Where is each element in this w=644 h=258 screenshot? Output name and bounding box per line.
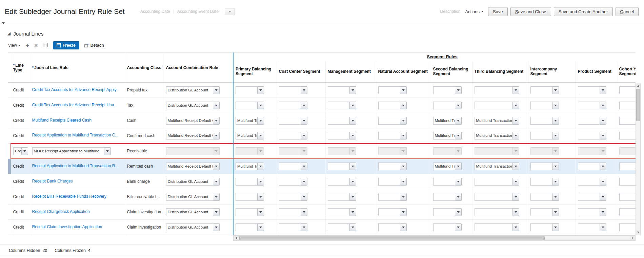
cohort-year-segment-combobox[interactable] [619,102,636,109]
primary-balancing-segment-combobox-arrow-icon[interactable] [257,163,264,170]
product-segment-combobox-arrow-icon[interactable] [600,178,606,186]
account-combination-rule-combobox[interactable]: Distribution GL Account [166,193,220,201]
natural-account-segment-combobox-arrow-icon[interactable] [400,163,407,170]
cost-center-segment-combobox-arrow-icon[interactable] [301,223,307,231]
natural-account-segment-combobox[interactable] [378,193,407,201]
account-combination-rule-combobox[interactable]: Distribution GL Account [166,102,220,109]
natural-account-segment-combobox[interactable] [378,102,407,109]
row-select-gutter[interactable] [8,113,11,128]
third-balancing-segment-combobox[interactable] [475,223,519,231]
table-row[interactable]: CreditReceipt Application to Multifund T… [8,128,636,144]
management-segment-combobox[interactable] [328,178,356,186]
primary-balancing-segment-combobox-arrow-icon[interactable] [257,86,264,94]
vertical-scrollbar-thumb[interactable] [636,89,640,121]
primary-balancing-segment-combobox-arrow-icon[interactable] [257,208,264,216]
primary-balancing-segment-combobox[interactable] [236,178,264,186]
account-combination-rule-combobox[interactable]: Distribution GL Account [166,223,220,231]
account-combination-rule-combobox-arrow-icon[interactable] [213,163,220,170]
primary-balancing-segment-combobox-arrow-icon[interactable] [257,178,264,186]
natural-account-segment-combobox-arrow-icon[interactable] [400,193,407,201]
management-segment-combobox-arrow-icon[interactable] [349,178,356,186]
row-select-gutter[interactable] [8,189,11,205]
natural-account-segment-combobox[interactable] [378,117,407,125]
row-select-gutter[interactable] [8,205,11,220]
cost-center-segment-combobox-arrow-icon[interactable] [301,193,307,201]
management-segment-combobox[interactable] [328,132,356,139]
cancel-button[interactable]: Cancel [616,7,639,16]
horizontal-scrollbar-track[interactable] [239,236,630,240]
management-segment-combobox[interactable] [328,163,356,170]
second-balancing-segment-combobox-arrow-icon[interactable] [455,117,462,125]
cohort-year-segment-combobox[interactable] [619,132,636,139]
cost-center-segment-combobox-arrow-icon[interactable] [301,163,307,170]
panel-splitter-handle[interactable] [2,22,5,24]
cost-center-segment-combobox-arrow-icon[interactable] [301,208,307,216]
table-row[interactable]: CreditReceipt Application to Multifund T… [8,159,636,174]
product-segment-combobox-arrow-icon[interactable] [600,102,606,109]
third-balancing-segment-combobox[interactable] [475,86,519,94]
scroll-right-button[interactable] [630,236,635,240]
management-segment-combobox[interactable] [328,223,356,231]
actions-menu-button[interactable]: Actions [465,9,483,14]
account-combination-rule-combobox[interactable]: Multifund Receipt Default F [166,163,220,170]
natural-account-segment-combobox-arrow-icon[interactable] [400,102,407,109]
primary-balancing-segment-combobox[interactable]: Multifund Tra [236,163,264,170]
second-balancing-segment-combobox[interactable]: Multifund Tra [433,117,462,125]
natural-account-segment-combobox[interactable] [378,132,407,139]
cohort-year-segment-combobox[interactable] [619,163,636,170]
third-balancing-segment-combobox-arrow-icon[interactable] [512,208,519,216]
management-segment-combobox-arrow-icon[interactable] [349,163,356,170]
product-segment-combobox-arrow-icon[interactable] [600,86,606,94]
natural-account-segment-combobox[interactable] [378,86,407,94]
journal-line-rule-link[interactable]: Receipt Bank Charges [32,179,73,184]
cohort-year-segment-combobox[interactable] [619,178,636,186]
row-select-gutter[interactable] [8,83,11,98]
scroll-left-button[interactable] [234,236,239,240]
cost-center-segment-combobox[interactable] [279,117,307,125]
third-balancing-segment-combobox-arrow-icon[interactable] [512,117,519,125]
account-combination-rule-combobox-arrow-icon[interactable] [213,178,220,186]
intercompany-segment-combobox-arrow-icon[interactable] [552,117,559,125]
second-balancing-segment-combobox-arrow-icon[interactable] [455,102,462,109]
row-select-gutter[interactable] [8,128,11,144]
second-balancing-segment-combobox-arrow-icon[interactable] [455,132,462,139]
line-type-combobox-arrow-icon[interactable] [21,147,28,155]
intercompany-segment-combobox[interactable] [530,223,559,231]
intercompany-segment-combobox-arrow-icon[interactable] [552,86,559,94]
account-combination-rule-combobox-arrow-icon[interactable] [213,223,220,231]
account-combination-rule-combobox[interactable]: Distribution GL Account [166,86,220,94]
add-row-icon[interactable]: + [26,43,29,48]
management-segment-combobox[interactable] [328,193,356,201]
intercompany-segment-combobox[interactable] [530,163,559,170]
natural-account-segment-combobox-arrow-icon[interactable] [400,132,407,139]
cost-center-segment-combobox-arrow-icon[interactable] [301,178,307,186]
intercompany-segment-combobox[interactable] [530,102,559,109]
third-balancing-segment-combobox-arrow-icon[interactable] [512,223,519,231]
third-balancing-segment-combobox-arrow-icon[interactable] [512,193,519,201]
horizontal-scrollbar-thumb[interactable] [239,236,545,240]
second-balancing-segment-combobox[interactable] [433,193,462,201]
natural-account-segment-combobox-arrow-icon[interactable] [400,178,407,186]
cost-center-segment-combobox-arrow-icon[interactable] [301,102,307,109]
third-balancing-segment-combobox-arrow-icon[interactable] [512,86,519,94]
product-segment-combobox[interactable] [578,86,606,94]
management-segment-combobox-arrow-icon[interactable] [349,117,356,125]
journal-line-rule-combobox-arrow-icon[interactable] [104,147,111,155]
disclosure-triangle-icon[interactable]: ◢ [7,31,11,36]
row-select-gutter[interactable] [8,98,11,113]
journal-line-rule-link[interactable]: Receipt Bills Receivable Funds Recovery [32,194,106,199]
row-select-gutter[interactable] [8,144,11,159]
intercompany-segment-combobox[interactable] [530,178,559,186]
second-balancing-segment-combobox[interactable]: Multifund Tra [433,163,462,170]
management-segment-combobox-arrow-icon[interactable] [349,132,356,139]
product-segment-combobox-arrow-icon[interactable] [600,223,606,231]
cohort-year-segment-combobox[interactable] [619,223,636,231]
line-type-combobox[interactable]: Cre [13,147,28,155]
third-balancing-segment-combobox-arrow-icon[interactable] [512,163,519,170]
product-segment-combobox[interactable] [578,208,606,216]
primary-balancing-segment-combobox-arrow-icon[interactable] [257,193,264,201]
product-segment-combobox[interactable] [578,117,606,125]
second-balancing-segment-combobox-arrow-icon[interactable] [455,208,462,216]
natural-account-segment-combobox[interactable] [378,208,407,216]
primary-balancing-segment-combobox[interactable]: Multifund Tra [236,117,264,125]
